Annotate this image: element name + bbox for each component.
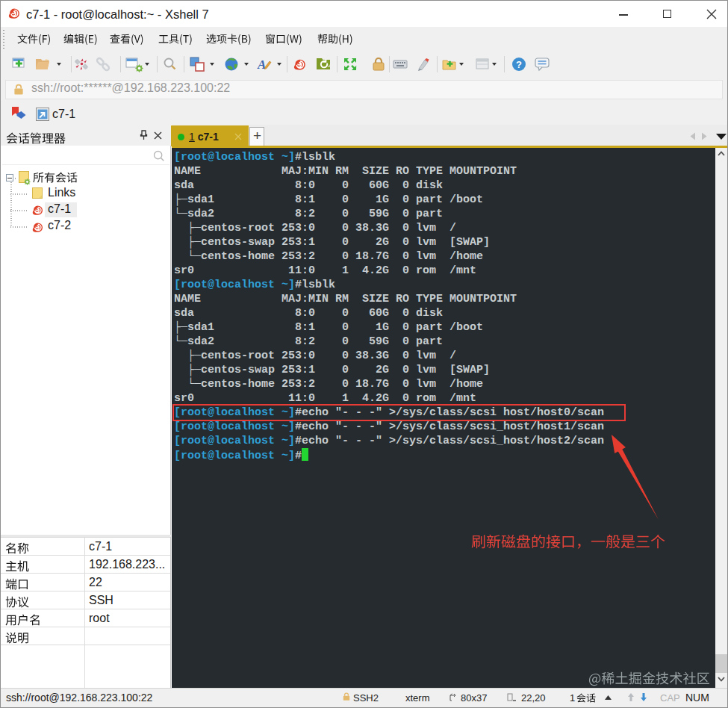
svg-text:?: ?: [516, 59, 522, 70]
svg-text:A: A: [257, 58, 266, 72]
